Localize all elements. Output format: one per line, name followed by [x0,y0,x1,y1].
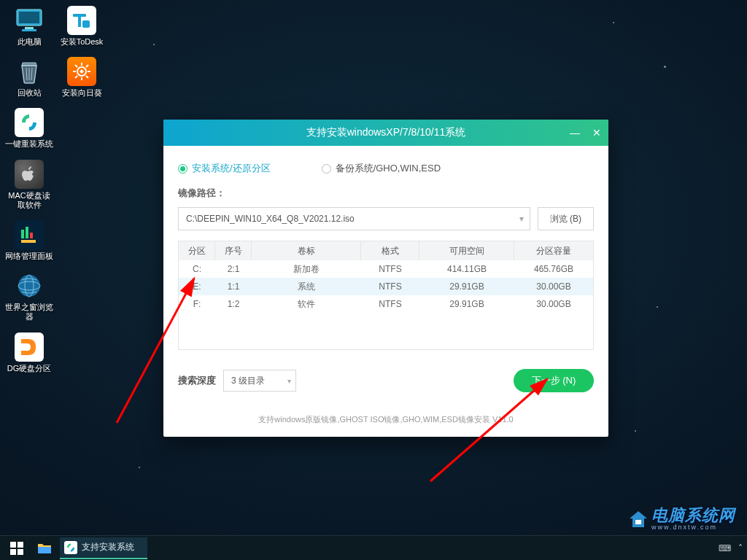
desktop-icons-col1: 此电脑 回收站 一键重装系统 MAC硬盘读 取软件 网络管理面板 世界之窗浏览 … [6,6,53,373]
network-icon [15,220,44,249]
search-depth-select[interactable]: 3 级目录 ▾ [223,370,296,392]
col-partition: 分区 [179,241,215,260]
col-fs: 格式 [361,241,419,260]
watermark-text: 电脑系统网 [651,508,735,524]
desktop-icon-label: 网络管理面板 [5,252,53,261]
col-free: 可用空间 [419,241,514,260]
svg-rect-10 [21,240,36,243]
installer-window: 支持安装windowsXP/7/8/10/11系统 — ✕ 安装系统/还原分区 … [163,120,608,437]
svg-rect-7 [21,230,24,238]
desktop-icon-browser[interactable]: 世界之窗浏览 器 [6,271,53,322]
radio-label: 备份系统/GHO,WIN,ESD [336,162,441,175]
desktop-icon-label: 一键重装系统 [5,139,53,149]
desktop-icon-sunflower[interactable]: 安装向日葵 [58,57,105,98]
todesk-icon [67,6,96,35]
tray-chevron-up-icon[interactable]: ˄ [738,543,743,553]
tray-keyboard-icon[interactable]: ⌨ [719,543,731,553]
desktop-icon-todesk[interactable]: 安装ToDesk [58,6,105,47]
search-depth-label: 搜索深度 [178,374,216,387]
image-path-select[interactable]: C:\DEEPIN_WIN10_X64_Q8_V2021.12.iso ▾ [178,207,530,230]
table-header: 分区 序号 卷标 格式 可用空间 分区容量 [179,241,593,260]
desktop-icon-mac-disk[interactable]: MAC硬盘读 取软件 [6,160,53,210]
svg-line-22 [75,65,77,67]
svg-line-25 [75,76,77,78]
browse-button[interactable]: 浏览 (B) [538,207,594,230]
desktop-icon-network-panel[interactable]: 网络管理面板 [6,220,53,261]
radio-dot-icon [178,164,187,174]
apple-icon [15,160,44,189]
svg-rect-32 [10,549,16,555]
window-footer-text: 支持windows原版镜像,GHOST ISO镜像,GHO,WIM,ESD镜像安… [163,402,608,437]
desktop-icon-reinstall[interactable]: 一键重装系统 [6,108,53,149]
taskbar-explorer[interactable] [32,537,57,559]
svg-rect-31 [18,542,23,548]
chevron-down-icon: ▾ [519,214,524,224]
svg-rect-8 [26,227,28,238]
windows-icon [10,542,23,555]
search-depth-value: 3 级目录 [231,375,265,387]
watermark: 电脑系统网 www.dnxtw.com [628,508,735,531]
svg-rect-16 [82,20,90,28]
taskbar-app-installer[interactable]: 支持安装系统 [60,537,147,559]
chevron-down-icon: ▾ [287,377,291,385]
table-row[interactable]: F: 1:2 软件 NTFS 29.91GB 30.00GB [179,295,593,313]
svg-rect-15 [78,14,81,27]
col-size: 分区容量 [514,241,593,260]
taskbar-app-label: 支持安装系统 [82,541,134,553]
svg-marker-26 [80,69,84,74]
svg-line-24 [86,65,88,67]
desktop-icon-recycle-bin[interactable]: 回收站 [6,57,53,98]
table-row[interactable]: E: 1:1 系统 NTFS 29.91GB 30.00GB [179,278,593,295]
taskbar: 支持安装系统 ⌨ ˄ [0,535,747,560]
col-label: 卷标 [252,241,361,260]
desktop-icon-label: MAC硬盘读 取软件 [4,191,54,210]
start-button[interactable] [4,537,29,559]
folder-icon [37,542,52,555]
radio-dot-icon [322,164,331,174]
svg-rect-3 [22,29,36,31]
desktop-icon-label: 安装向日葵 [62,88,102,98]
close-button[interactable]: ✕ [589,125,604,140]
reinstall-icon [15,108,44,137]
desktop-icon-label: 此电脑 [18,37,42,47]
sunflower-icon [67,57,96,86]
desktop-icon-label: 世界之窗浏览 器 [4,303,54,322]
svg-line-23 [86,76,88,78]
system-tray: ⌨ ˄ [719,543,743,553]
radio-install-restore[interactable]: 安装系统/还原分区 [178,162,271,175]
desktop-icons-col2: 安装ToDesk 安装向日葵 [58,6,105,98]
desktop-icon-label: 安装ToDesk [61,37,104,47]
svg-rect-34 [38,547,51,553]
taskbar-app-icon [64,541,77,554]
svg-rect-1 [19,12,39,23]
image-path-label: 镜像路径： [178,187,594,200]
col-index: 序号 [215,241,252,260]
watermark-subtext: www.dnxtw.com [651,524,735,531]
table-row[interactable]: C: 2:1 新加卷 NTFS 414.11GB 465.76GB [179,260,593,278]
svg-rect-29 [635,520,641,524]
watermark-logo-icon [628,510,649,529]
svg-rect-2 [25,27,34,29]
partition-table: 分区 序号 卷标 格式 可用空间 分区容量 C: 2:1 新加卷 NTFS 41… [178,241,594,350]
next-button[interactable]: 下一步 (N) [514,369,594,392]
diskgenius-icon [15,332,44,362]
svg-rect-33 [18,549,23,555]
minimize-button[interactable]: — [568,125,582,140]
desktop-icon-label: DG硬盘分区 [7,364,52,373]
image-path-value: C:\DEEPIN_WIN10_X64_Q8_V2021.12.iso [186,214,355,224]
desktop-icon-label: 回收站 [18,88,42,98]
radio-label: 安装系统/还原分区 [192,162,271,175]
globe-icon [15,271,44,300]
window-titlebar[interactable]: 支持安装windowsXP/7/8/10/11系统 — ✕ [163,120,608,146]
desktop-icon-this-pc[interactable]: 此电脑 [6,6,53,47]
monitor-icon [15,6,44,35]
desktop-icon-diskgenius[interactable]: DG硬盘分区 [6,332,53,373]
svg-rect-9 [30,233,33,238]
radio-backup[interactable]: 备份系统/GHO,WIN,ESD [322,162,441,175]
trash-icon [15,57,44,86]
window-title: 支持安装windowsXP/7/8/10/11系统 [306,126,466,139]
svg-rect-30 [10,542,16,548]
